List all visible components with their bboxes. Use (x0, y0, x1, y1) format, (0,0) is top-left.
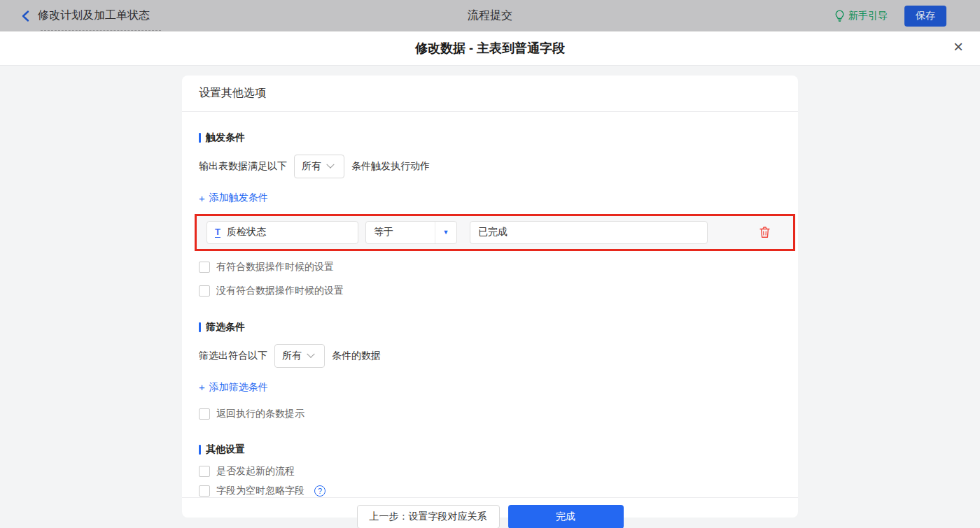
save-button[interactable]: 保存 (904, 6, 946, 27)
checkbox-ignore-empty[interactable] (199, 485, 210, 497)
checkbox-no-match-label: 没有符合数据操作时候的设置 (216, 285, 344, 297)
checkbox-row-ignore-empty: 字段为空时忽略字段 ? (199, 485, 781, 497)
top-bar: 修改计划及加工单状态 流程提交 新手引导 保存 (0, 0, 980, 31)
checkbox-match[interactable] (199, 262, 210, 273)
modal-body: 设置其他选项 触发条件 输出表数据满足以下 所有 条件触发执行动作 + 添加触发… (0, 66, 980, 528)
trigger-section-title: 触发条件 (199, 131, 781, 144)
flow-submit-title: 流程提交 (0, 8, 980, 23)
checkbox-match-label: 有符合数据操作时候的设置 (216, 261, 334, 273)
checkbox-ignore-empty-label: 字段为空时忽略字段 (216, 485, 304, 497)
lightbulb-icon (834, 10, 845, 22)
add-filter-condition-link[interactable]: + 添加筛选条件 (199, 381, 268, 394)
dropdown-arrow-icon: ▼ (435, 222, 456, 243)
help-icon[interactable]: ? (314, 485, 326, 497)
close-icon[interactable]: × (953, 38, 963, 55)
chevron-down-icon (307, 350, 314, 357)
done-button[interactable]: 完成 (508, 505, 624, 528)
add-trigger-condition-link[interactable]: + 添加触发条件 (199, 192, 268, 204)
chevron-down-icon (326, 161, 334, 169)
title-dashed-underline (41, 30, 161, 31)
plus-icon: + (199, 192, 205, 204)
checkbox-row-match: 有符合数据操作时候的设置 (199, 261, 781, 273)
trigger-sentence-suffix: 条件触发执行动作 (351, 160, 430, 173)
checkbox-row-count-hint: 返回执行的条数提示 (199, 408, 781, 420)
section-marker (199, 445, 201, 455)
trigger-sentence: 输出表数据满足以下 所有 条件触发执行动作 (199, 155, 781, 178)
condition-value-input[interactable]: 已完成 (470, 221, 708, 244)
filter-match-mode-select[interactable]: 所有 (274, 344, 325, 368)
checkbox-count-hint[interactable] (199, 408, 210, 420)
filter-section-title: 筛选条件 (199, 321, 781, 334)
card-content: 触发条件 输出表数据满足以下 所有 条件触发执行动作 + 添加触发条件 T 质检… (182, 112, 798, 497)
condition-operator-select[interactable]: 等于 ▼ (365, 221, 457, 244)
beginner-guide-label: 新手引导 (848, 10, 888, 22)
card-header: 设置其他选项 (182, 76, 798, 112)
condition-field-value: 质检状态 (227, 226, 266, 238)
modal-title: 修改数据 - 主表到普通字段 (415, 40, 565, 57)
filter-sentence: 筛选出符合以下 所有 条件的数据 (199, 344, 781, 368)
plus-icon: + (199, 381, 205, 393)
other-section-title: 其他设置 (199, 443, 781, 456)
checkbox-row-no-match: 没有符合数据操作时候的设置 (199, 285, 781, 297)
checkbox-new-flow-label: 是否发起新的流程 (216, 465, 295, 478)
filter-sentence-suffix: 条件的数据 (332, 350, 381, 362)
modal-header: 修改数据 - 主表到普通字段 × (0, 31, 980, 66)
trigger-condition-row annotation-highlight: T 质检状态 等于 ▼ 已完成 (195, 214, 795, 251)
checkbox-new-flow[interactable] (199, 466, 210, 477)
card-footer: 上一步：设置字段对应关系 完成 (182, 497, 798, 528)
beginner-guide-link[interactable]: 新手引导 (834, 10, 888, 22)
section-marker (199, 133, 201, 143)
checkbox-no-match[interactable] (199, 285, 210, 297)
filter-sentence-prefix: 筛选出符合以下 (199, 350, 267, 362)
section-marker (199, 322, 201, 332)
condition-field-select[interactable]: T 质检状态 (206, 221, 358, 244)
checkbox-row-new-flow: 是否发起新的流程 (199, 465, 781, 478)
options-card: 设置其他选项 触发条件 输出表数据满足以下 所有 条件触发执行动作 + 添加触发… (182, 76, 798, 518)
previous-step-button[interactable]: 上一步：设置字段对应关系 (357, 505, 500, 528)
text-field-type-icon: T (215, 227, 220, 238)
trash-icon (759, 226, 771, 238)
delete-condition-button[interactable] (759, 226, 771, 238)
trigger-match-mode-select[interactable]: 所有 (294, 155, 344, 178)
trigger-sentence-prefix: 输出表数据满足以下 (199, 160, 287, 173)
checkbox-count-hint-label: 返回执行的条数提示 (216, 408, 304, 420)
